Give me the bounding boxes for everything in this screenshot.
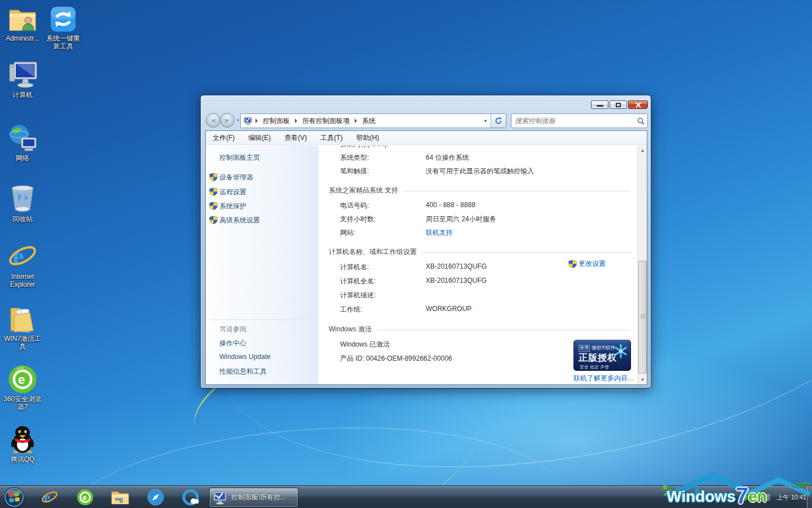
maximize-button[interactable] xyxy=(610,100,627,109)
breadcrumb-control-panel[interactable]: 控制面板 xyxy=(261,115,292,127)
close-button[interactable] xyxy=(628,100,648,109)
sidebar-device-manager[interactable]: 设备管理器 xyxy=(219,173,253,182)
svg-text:e: e xyxy=(13,243,24,270)
search-icon[interactable] xyxy=(634,117,647,125)
menu-help[interactable]: 帮助(H) xyxy=(356,133,379,143)
desktop-icon-network[interactable]: 网络 xyxy=(1,123,44,162)
change-settings[interactable]: 更改设置 xyxy=(568,259,606,269)
chevron-down-icon: ▼ xyxy=(483,119,488,124)
back-arrow-icon: ◄ xyxy=(210,116,217,124)
hidden-icons-button[interactable]: ▲ xyxy=(731,495,735,500)
sidebar-performance-tools[interactable]: 性能信息和工具 xyxy=(219,367,267,376)
info-row-product-id: 产品 ID: 00426-OEM-8992662-00006 xyxy=(340,354,452,364)
taskbar-explorer[interactable] xyxy=(111,488,129,506)
sidebar-action-center[interactable]: 操作中心 xyxy=(219,339,246,348)
internet-explorer-icon: e xyxy=(1,242,44,271)
desktop-icon-recycle-bin[interactable]: 回收站 xyxy=(1,184,44,223)
address-dropdown-button[interactable]: ▼ xyxy=(480,114,491,128)
svg-text:e: e xyxy=(18,373,25,387)
badge-sub-label: 安全 稳定 声誉 xyxy=(580,364,630,370)
user-folder-icon xyxy=(1,3,44,33)
desktop-icon-tencent-qq[interactable]: 腾讯QQ xyxy=(1,424,44,463)
caret-up-icon: ▲ xyxy=(731,495,735,500)
section-support: 系统之家精品系统 支持 xyxy=(329,186,630,195)
menu-file[interactable]: 文件(F) xyxy=(213,133,235,143)
desktop-icon-label-line2: 装工具 xyxy=(42,42,85,50)
taskbar-compass-browser[interactable] xyxy=(147,488,165,506)
tray-icon[interactable] xyxy=(752,494,759,501)
scroll-up-icon: ▲ xyxy=(641,148,645,152)
taskbar-clock[interactable]: 上午 10:41 xyxy=(776,494,806,501)
forward-button[interactable]: ► xyxy=(220,113,235,128)
section-computer-name: 计算机名称、域和工作组设置 xyxy=(329,247,630,257)
sidebar-windows-update[interactable]: Windows Update xyxy=(219,353,271,361)
desktop-icon-internet-explorer[interactable]: e Internet Explorer xyxy=(1,242,44,288)
system-tray: ▲ 上午 10:41 xyxy=(731,486,806,508)
taskbar-internet-explorer[interactable]: e xyxy=(41,488,59,506)
info-row-workgroup: 工作组: WORKGROUP xyxy=(340,305,471,314)
info-row-hours: 支持小时数: 周日至周六 24小时服务 xyxy=(340,214,496,224)
uac-shield-icon xyxy=(209,216,218,224)
start-button[interactable] xyxy=(3,487,25,508)
menu-bar: 文件(F) 编辑(E) 查看(V) 工具(T) 帮助(H) xyxy=(206,131,647,145)
open-folder-icon xyxy=(1,304,44,333)
clock-time: 上午 10:41 xyxy=(776,494,806,501)
system-task-icon xyxy=(213,491,228,505)
breadcrumb-all-items[interactable]: 所有控制面板项 xyxy=(300,115,352,127)
vertical-scrollbar[interactable]: ▲ ▼ xyxy=(637,146,647,384)
sidebar-system-protection[interactable]: 系统保护 xyxy=(219,202,246,211)
refresh-button[interactable] xyxy=(491,114,506,128)
360-browser-icon: e xyxy=(1,364,44,393)
window-client-area: 文件(F) 编辑(E) 查看(V) 工具(T) 帮助(H) 控制面板主页 设备管… xyxy=(205,130,647,385)
taskbar-task-control-panel[interactable]: 控制面板\所有控... xyxy=(209,488,298,507)
desktop-icon-label: 腾讯QQ xyxy=(1,456,44,463)
internet-explorer-icon: e xyxy=(41,489,58,506)
breadcrumb-system[interactable]: 系统 xyxy=(360,115,378,127)
uac-shield-icon xyxy=(209,202,218,210)
desktop-icon-label-line2: Explorer xyxy=(1,281,44,288)
menu-tools[interactable]: 工具(T) xyxy=(320,133,342,143)
desktop-icon-reinstall-tool[interactable]: 系统一键重 装工具 xyxy=(42,3,85,50)
security-shield-icon[interactable] xyxy=(739,493,748,502)
search-input[interactable] xyxy=(511,117,634,125)
desktop-icon-computer[interactable]: 计算机 xyxy=(1,60,44,99)
desktop-icon-label-line1: WIN7激活工 xyxy=(1,335,44,343)
section-divider xyxy=(422,252,630,253)
menu-view[interactable]: 查看(V) xyxy=(284,133,307,143)
breadcrumb-separator-icon xyxy=(295,119,297,123)
sidebar-see-also-header: 另请参阅 xyxy=(219,325,246,334)
sidebar-remote-settings[interactable]: 远程设置 xyxy=(219,187,246,197)
desktop-icon-label: 回收站 xyxy=(1,215,44,223)
desktop-icon-label-line2: 器7 xyxy=(1,403,44,411)
desktop-icon-administrator[interactable]: Administr... xyxy=(1,3,44,42)
recent-pages-dropdown[interactable]: ▼ xyxy=(236,118,240,123)
change-settings-link[interactable]: 更改设置 xyxy=(579,259,606,269)
tray-icon[interactable] xyxy=(763,494,770,501)
compass-icon xyxy=(147,489,164,506)
badge-use-label: 使用 xyxy=(579,345,590,352)
sidebar-control-panel-home[interactable]: 控制面板主页 xyxy=(219,153,260,163)
sidebar: 控制面板主页 设备管理器 远程设置 xyxy=(206,146,319,384)
desktop-icon-360-browser[interactable]: e 360安全浏览 器7 xyxy=(1,364,44,411)
taskbar: e e xyxy=(0,485,812,508)
scrollbar-thumb[interactable] xyxy=(638,261,647,374)
minimize-button[interactable] xyxy=(591,100,608,109)
online-support-link[interactable]: 联机支持 xyxy=(426,228,453,238)
show-desktop-button[interactable] xyxy=(807,486,812,508)
menu-edit[interactable]: 编辑(E) xyxy=(248,133,271,143)
learn-more-link[interactable]: 联机了解更多内容... xyxy=(573,374,633,383)
scroll-down-button[interactable]: ▼ xyxy=(638,375,647,384)
desktop-icon-win7-activator[interactable]: WIN7激活工 具 xyxy=(1,304,44,351)
desktop-icon-label-line1: Internet xyxy=(1,273,44,281)
search-box[interactable] xyxy=(511,113,648,128)
taskbar-360-browser[interactable]: e xyxy=(76,488,94,506)
scroll-up-button[interactable]: ▲ xyxy=(638,146,647,155)
taskbar-qq-browser[interactable] xyxy=(182,488,200,506)
section-divider xyxy=(377,330,630,330)
badge-brand-label: 微软®软件 xyxy=(592,344,616,352)
address-bar[interactable]: 控制面板 所有控制面板项 系统 ▼ xyxy=(240,113,506,128)
qq-browser-icon xyxy=(182,489,199,506)
back-button[interactable]: ◄ xyxy=(206,113,220,128)
sidebar-advanced-settings[interactable]: 高级系统设置 xyxy=(219,216,260,225)
desktop-icon-label-line1: 360安全浏览 xyxy=(1,395,44,403)
